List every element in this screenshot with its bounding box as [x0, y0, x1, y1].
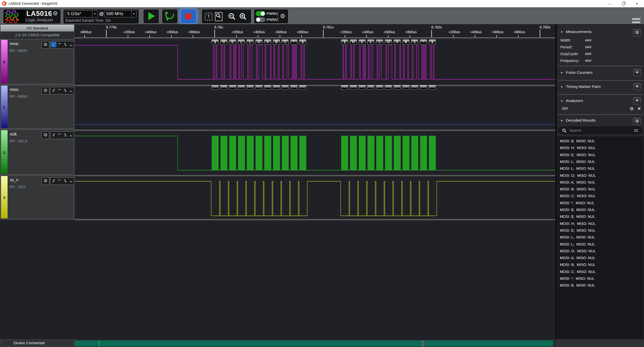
channel-color-strip[interactable]: 1 — [1, 86, 8, 128]
decoded-result-row[interactable]: MOSI: $; MISO: NUL — [557, 214, 643, 220]
trigger-rising-icon — [52, 88, 56, 92]
chevron-down-icon[interactable]: ▼ — [92, 11, 97, 17]
channel-block-ss_n: 3ss_nSPI - SCS⚙ — [0, 175, 74, 219]
measurements-header[interactable]: ▼ Measurements ⚙ — [557, 29, 644, 36]
decoded-result-row[interactable]: MOSI: L; MISO: NUL — [557, 165, 643, 172]
trigger-falling-button[interactable] — [62, 178, 68, 184]
trigger-high-button[interactable] — [57, 132, 62, 138]
collapse-triangle-icon[interactable]: ▼ — [560, 30, 563, 33]
start-button[interactable] — [143, 9, 159, 24]
time-ruler[interactable]: +800us6.779s+200us+400us+600us+800us6.78… — [75, 24, 555, 37]
decoded-result-row[interactable]: MOSI: O; MISO: NUL — [557, 248, 643, 255]
decoded-results-settings-button[interactable]: ⚙ — [633, 118, 641, 125]
pwm-group: PWM1 PWM2 ⚙ — [254, 9, 288, 24]
channel-color-strip[interactable]: 3 — [1, 176, 8, 218]
zoom-out-icon[interactable] — [228, 13, 237, 20]
io-standard-header[interactable]: I/O Standard — [1, 25, 74, 31]
pulse-counters-header[interactable]: ▼ Pulse Counters + — [557, 70, 644, 77]
decoded-byte-label: C — [282, 40, 288, 44]
capture-overview-bar[interactable] — [75, 340, 553, 346]
collapse-triangle-icon[interactable]: ▼ — [560, 85, 563, 88]
pwm-settings-gear-icon[interactable]: ⚙ — [280, 13, 285, 20]
minimize-button[interactable]: – — [604, 0, 615, 7]
overview-handle[interactable] — [422, 341, 424, 346]
trigger-falling-button[interactable] — [62, 42, 68, 47]
decoded-result-row[interactable]: MOSI: *; MISO: NUL — [557, 275, 643, 282]
maximize-button[interactable] — [618, 0, 629, 7]
loop-run-button[interactable] — [162, 9, 178, 24]
trigger-rising-button[interactable] — [51, 42, 56, 47]
decoded-result-row[interactable]: MOSI: B; MISO: NUL — [557, 262, 643, 268]
trigger-high-button[interactable] — [57, 178, 62, 184]
collapse-triangle-icon[interactable]: ▼ — [560, 71, 563, 74]
trigger-low-button[interactable] — [68, 132, 74, 138]
decoded-result-row[interactable]: MOSI: E; MISO: NUL — [557, 152, 643, 159]
trigger-high-button[interactable] — [57, 88, 62, 93]
text-select-tool[interactable]: T — [205, 13, 212, 20]
decoded-result-row[interactable]: MOSI: $; MISO: NUL — [557, 207, 643, 214]
pwm1-toggle[interactable] — [256, 11, 265, 16]
decoded-result-row[interactable]: MOSI: A; MISO: NUL — [557, 179, 643, 186]
ruler-tick-label: +600us — [383, 30, 395, 34]
timing-marker-pairs-header[interactable]: ▼ Timing Marker Pairs + — [557, 84, 644, 91]
device-settings-gear-icon[interactable]: ⚙ — [53, 10, 58, 17]
zoom-region-tool[interactable] — [215, 12, 222, 21]
collapse-triangle-icon[interactable]: ▼ — [560, 119, 563, 122]
add-pulse-counter-button[interactable]: + — [633, 69, 641, 76]
trigger-low-button[interactable] — [68, 88, 74, 93]
trigger-falling-button[interactable] — [62, 132, 68, 138]
decoded-result-row[interactable]: MOSI: L; MISO: NUL — [557, 241, 643, 248]
decoded-result-row[interactable]: MOSI: H; MISO: NUL — [557, 221, 643, 227]
decoded-result-row[interactable]: MOSI: L; MISO: NUL — [557, 159, 643, 165]
analyzer-settings-gear-icon[interactable]: ⚙ — [630, 106, 634, 112]
decoded-result-row[interactable]: MOSI: *; MISO: NUL — [557, 200, 643, 207]
decoded-result-row[interactable]: MOSI: B; MISO: NUL — [557, 186, 643, 193]
channel-settings-button[interactable]: ⚙ — [42, 41, 49, 49]
decoded-result-row[interactable]: MOSI: H; MISO: NUL — [557, 145, 643, 152]
zoom-in-icon[interactable] — [239, 13, 248, 20]
trigger-low-button[interactable] — [68, 42, 74, 47]
measurement-value: ### — [585, 38, 591, 42]
measurements-settings-button[interactable]: ⚙ — [633, 29, 641, 36]
channel-settings-button[interactable]: ⚙ — [42, 131, 49, 139]
analyzers-header[interactable]: ▼ Analyzers + — [557, 98, 644, 105]
trigger-falling-button[interactable] — [62, 88, 68, 93]
result-count-badge: 22 — [634, 128, 638, 132]
channel-color-strip[interactable]: 0 — [1, 40, 8, 83]
add-analyzer-button[interactable]: + — [633, 97, 641, 104]
decoded-result-row[interactable]: MOSI: C; MISO: NUL — [557, 269, 643, 275]
decoded-result-row[interactable]: MOSI: A; MISO: NUL — [557, 255, 643, 262]
chevron-down-icon[interactable]: ▼ — [131, 11, 136, 17]
close-button[interactable]: × — [631, 0, 642, 7]
io-standard-value[interactable]: 2.5~5V CMOS Compatible — [1, 31, 74, 39]
channel-settings-button[interactable]: ⚙ — [42, 177, 49, 185]
decoded-result-row[interactable]: MOSI: C; MISO: NUL — [557, 193, 643, 200]
sample-rate-select[interactable]: 5 GSa* ▼ — [65, 10, 98, 17]
search-input[interactable]: Search 22 — [558, 126, 642, 134]
collapse-triangle-icon[interactable]: ▼ — [560, 99, 563, 102]
decoded-result-row[interactable]: MOSI: O; MISO: NUL — [557, 172, 643, 179]
channel-name: mosi — [10, 42, 18, 46]
decoded-result-row[interactable]: MOSI: L; MISO: NUL — [557, 234, 643, 241]
decoded-byte-label: A — [394, 40, 401, 44]
trigger-low-button[interactable] — [68, 178, 74, 184]
decoded-result-row[interactable]: MOSI: $; MISO: NUL — [557, 282, 643, 289]
channel-settings-button[interactable]: ⚙ — [42, 87, 49, 94]
pwm2-toggle[interactable] — [256, 17, 265, 22]
trigger-rising-button[interactable] — [51, 178, 56, 184]
add-timing-marker-button[interactable]: + — [633, 83, 641, 90]
decoded-results-header[interactable]: ▼ Decoded Results ⚙ — [557, 117, 644, 124]
channel-color-strip[interactable]: 2 — [1, 130, 8, 174]
decoded-result-row[interactable]: MOSI: $; MISO: NUL — [557, 138, 643, 145]
stop-button[interactable] — [180, 9, 197, 24]
remove-analyzer-icon[interactable]: × — [638, 106, 641, 112]
sample-frequency-select[interactable]: 500 MHz ▼ — [104, 10, 137, 17]
measurement-row: Period:### — [557, 44, 644, 51]
overview-cursor[interactable] — [99, 341, 100, 346]
analyzer-item-spi[interactable]: SPI ⚙ × — [557, 106, 644, 112]
trigger-rising-button[interactable] — [51, 88, 56, 93]
trigger-rising-button[interactable] — [51, 132, 56, 138]
ruler-tick-label: +200us — [123, 30, 135, 34]
trigger-high-button[interactable] — [57, 42, 62, 47]
decoded-result-row[interactable]: MOSI: E; MISO: NUL — [557, 227, 643, 234]
